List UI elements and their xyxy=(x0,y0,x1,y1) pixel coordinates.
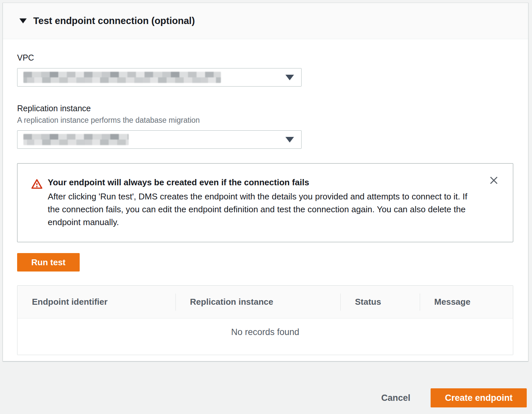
warning-triangle-icon xyxy=(31,179,42,189)
column-header-endpoint-identifier: Endpoint identifier xyxy=(17,286,175,318)
replication-instance-description: A replication instance performs the data… xyxy=(17,116,513,125)
vpc-field: VPC xyxy=(17,53,513,87)
vpc-label: VPC xyxy=(17,53,513,63)
vpc-redacted-value xyxy=(23,72,221,83)
table-empty-state: No records found xyxy=(17,319,513,355)
warning-alert: Your endpoint will always be created eve… xyxy=(17,163,513,242)
table-header-row: Endpoint identifier Replication instance… xyxy=(17,286,513,319)
vpc-select[interactable] xyxy=(17,68,302,87)
alert-content: Your endpoint will always be created eve… xyxy=(48,177,476,229)
replication-instance-label: Replication instance xyxy=(17,104,513,113)
panel-body: VPC Replication instance A replication i… xyxy=(3,39,528,355)
column-header-status: Status xyxy=(340,286,420,318)
form-action-bar: Cancel Create endpoint xyxy=(0,362,532,414)
run-test-button[interactable]: Run test xyxy=(17,253,80,272)
chevron-down-icon xyxy=(285,137,294,142)
replication-instance-field: Replication instance A replication insta… xyxy=(17,104,513,149)
close-icon[interactable] xyxy=(489,175,499,186)
alert-title: Your endpoint will always be created eve… xyxy=(48,177,476,188)
test-endpoint-panel: Test endpoint connection (optional) VPC … xyxy=(3,3,528,361)
column-header-message: Message xyxy=(420,286,513,318)
create-endpoint-button[interactable]: Create endpoint xyxy=(431,388,527,407)
collapse-caret-icon[interactable] xyxy=(19,18,27,23)
chevron-down-icon xyxy=(285,75,294,80)
column-header-replication-instance: Replication instance xyxy=(175,286,340,318)
page: Test endpoint connection (optional) VPC … xyxy=(0,0,532,414)
alert-body: After clicking 'Run test', DMS creates t… xyxy=(48,190,476,229)
replication-instance-select[interactable] xyxy=(17,130,302,149)
panel-header[interactable]: Test endpoint connection (optional) xyxy=(3,3,528,39)
test-results-table: Endpoint identifier Replication instance… xyxy=(17,285,513,355)
replication-instance-redacted-value xyxy=(23,134,129,145)
cancel-button[interactable]: Cancel xyxy=(381,388,411,407)
panel-title: Test endpoint connection (optional) xyxy=(33,15,195,26)
